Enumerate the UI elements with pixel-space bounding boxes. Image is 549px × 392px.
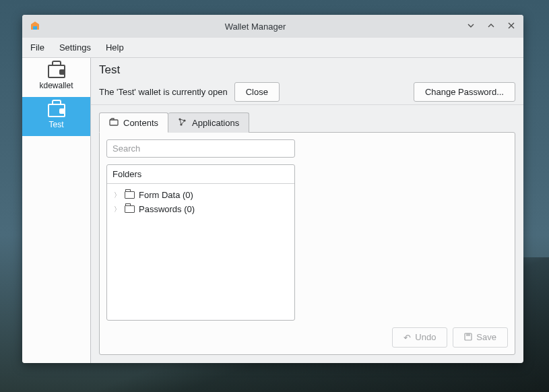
- folder-item-passwords[interactable]: 〉 Passwords (0): [110, 202, 292, 216]
- maximize-button[interactable]: [486, 22, 496, 32]
- folder-icon: [125, 191, 135, 199]
- tab-strip: Contents Applications: [91, 105, 523, 132]
- svg-rect-1: [110, 120, 118, 125]
- window-title: Wallet Manager: [45, 22, 465, 32]
- contents-panel: Folders 〉 Form Data (0) 〉 Passwords (0): [99, 132, 515, 355]
- folders-tree: Folders 〉 Form Data (0) 〉 Passwords (0): [106, 164, 295, 321]
- undo-icon: ↶: [403, 333, 411, 343]
- sidebar: kdewallet Test: [22, 58, 91, 363]
- folder-label: Form Data (0): [139, 190, 193, 200]
- chevron-right-icon[interactable]: 〉: [114, 205, 121, 214]
- window: Wallet Manager File Settings Help kdewal…: [22, 15, 523, 363]
- body: kdewallet Test Test The 'Test' wallet is…: [22, 58, 523, 363]
- wallet-contents-icon: [109, 118, 119, 128]
- tab-label: Applications: [192, 118, 239, 128]
- wallet-name: Test: [99, 63, 515, 77]
- undo-label: Undo: [415, 332, 436, 342]
- sidebar-item-label: Test: [49, 120, 63, 129]
- titlebar[interactable]: Wallet Manager: [22, 15, 523, 38]
- app-icon: [29, 20, 41, 32]
- folder-icon: [125, 205, 135, 213]
- undo-button[interactable]: ↶Undo: [392, 327, 447, 348]
- tab-applications[interactable]: Applications: [168, 112, 249, 133]
- folders-body: 〉 Form Data (0) 〉 Passwords (0): [107, 184, 294, 320]
- menu-help[interactable]: Help: [106, 42, 124, 53]
- applications-icon: [178, 117, 187, 129]
- svg-rect-0: [33, 26, 37, 30]
- menu-settings[interactable]: Settings: [59, 42, 91, 53]
- sidebar-item-label: kdewallet: [39, 81, 73, 90]
- svg-rect-6: [466, 333, 470, 336]
- chevron-right-icon[interactable]: 〉: [114, 191, 121, 200]
- tab-contents[interactable]: Contents: [99, 112, 168, 133]
- sidebar-item-test[interactable]: Test: [22, 97, 90, 136]
- folders-header: Folders: [107, 165, 294, 184]
- minimize-button[interactable]: [465, 22, 476, 32]
- save-label: Save: [476, 332, 496, 342]
- menu-file[interactable]: File: [30, 42, 44, 53]
- close-button[interactable]: [506, 22, 517, 32]
- search-input[interactable]: [106, 139, 295, 158]
- change-password-button[interactable]: Change Password...: [414, 82, 515, 102]
- main-panel: Test The 'Test' wallet is currently open…: [91, 58, 523, 363]
- wallet-icon: [48, 65, 65, 78]
- folder-label: Passwords (0): [139, 204, 195, 214]
- wallet-icon: [48, 104, 65, 117]
- close-wallet-button[interactable]: Close: [234, 82, 280, 102]
- wallet-status: The 'Test' wallet is currently open: [99, 87, 228, 97]
- menubar: File Settings Help: [22, 38, 523, 58]
- save-icon: [464, 333, 472, 343]
- bottom-actions: ↶Undo Save: [106, 327, 508, 348]
- wallet-header: Test The 'Test' wallet is currently open…: [91, 58, 523, 105]
- tab-label: Contents: [123, 118, 158, 128]
- save-button[interactable]: Save: [453, 327, 508, 348]
- sidebar-item-kdewallet[interactable]: kdewallet: [22, 58, 90, 97]
- window-controls: [465, 22, 517, 32]
- folder-item-form-data[interactable]: 〉 Form Data (0): [110, 188, 292, 202]
